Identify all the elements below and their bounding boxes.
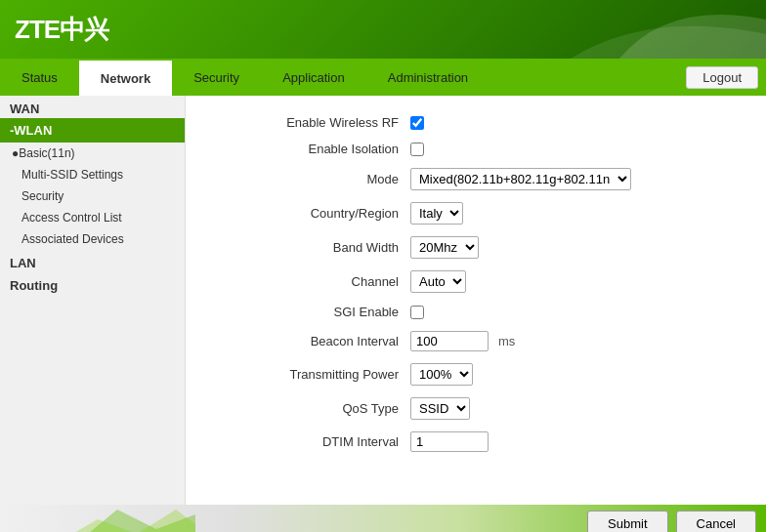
control-country: Italy: [410, 202, 463, 225]
control-sgi: [410, 306, 424, 319]
sidebar-item-routing[interactable]: Routing: [0, 272, 185, 295]
control-isolation: [410, 143, 424, 156]
nav-administration[interactable]: Administration: [366, 59, 489, 96]
form-row-qos: QoS Type SSID: [215, 397, 737, 420]
label-channel: Channel: [215, 274, 410, 289]
header: ZTE中兴: [0, 0, 766, 59]
form-row-txpower: Transmitting Power 100%: [215, 363, 737, 386]
sidebar-item-lan[interactable]: LAN: [0, 250, 185, 272]
control-mode: Mixed(802.11b+802.11g+802.11n: [410, 168, 631, 190]
select-bandwidth[interactable]: 20Mhz: [410, 236, 479, 259]
label-sgi: SGI Enable: [215, 305, 410, 319]
form-row-wireless-rf: Enable Wireless RF: [215, 115, 737, 130]
form-row-beacon: Beacon Interval ms: [215, 331, 737, 351]
label-bandwidth: Band Width: [215, 240, 410, 255]
label-beacon: Beacon Interval: [215, 334, 410, 348]
label-isolation: Enable Isolation: [215, 142, 410, 156]
label-txpower: Transmitting Power: [215, 367, 410, 382]
label-country: Country/Region: [215, 206, 410, 221]
form-row-country: Country/Region Italy: [215, 202, 737, 225]
nav-status[interactable]: Status: [0, 59, 79, 96]
navbar: Status Network Security Application Admi…: [0, 59, 766, 96]
control-dtim: [410, 431, 489, 452]
select-txpower[interactable]: 100%: [410, 363, 473, 386]
control-txpower: 100%: [410, 363, 473, 386]
sidebar-item-wan[interactable]: WAN: [0, 96, 185, 118]
form-row-bandwidth: Band Width 20Mhz: [215, 236, 737, 259]
sidebar-item-multissid[interactable]: Multi-SSID Settings: [0, 164, 185, 185]
label-dtim: DTIM Interval: [215, 434, 410, 449]
beacon-suffix: ms: [498, 334, 515, 348]
select-mode[interactable]: Mixed(802.11b+802.11g+802.11n: [410, 168, 631, 190]
cancel-button[interactable]: Cancel: [676, 511, 756, 533]
sidebar-item-acl[interactable]: Access Control List: [0, 207, 185, 228]
form-row-dtim: DTIM Interval: [215, 431, 737, 452]
control-wireless-rf: [410, 116, 424, 130]
logo-text: ZTE中兴: [15, 13, 108, 47]
form-row-channel: Channel Auto: [215, 270, 737, 293]
main-container: WAN -WLAN ●Basic(11n) Multi-SSID Setting…: [0, 96, 766, 505]
label-mode: Mode: [215, 172, 410, 186]
control-qos: SSID: [410, 397, 470, 420]
label-wireless-rf: Enable Wireless RF: [215, 115, 410, 130]
checkbox-wireless-rf[interactable]: [410, 116, 424, 130]
footer-wave: [0, 505, 195, 532]
checkbox-isolation[interactable]: [410, 143, 424, 156]
select-country[interactable]: Italy: [410, 202, 463, 225]
control-bandwidth: 20Mhz: [410, 236, 479, 259]
form-row-sgi: SGI Enable: [215, 305, 737, 319]
submit-button[interactable]: Submit: [587, 511, 667, 533]
checkbox-sgi[interactable]: [410, 306, 424, 319]
control-channel: Auto: [410, 270, 466, 293]
sidebar-item-basic11n[interactable]: ●Basic(11n): [0, 143, 185, 164]
footer-bar: Submit Cancel: [0, 505, 766, 532]
content-area: Enable Wireless RF Enable Isolation Mode…: [186, 96, 766, 505]
sidebar-item-wlan[interactable]: -WLAN: [0, 118, 185, 143]
sidebar-item-security[interactable]: Security: [0, 185, 185, 207]
select-channel[interactable]: Auto: [410, 270, 466, 293]
nav-security[interactable]: Security: [172, 59, 261, 96]
select-qos[interactable]: SSID: [410, 397, 470, 420]
nav-application[interactable]: Application: [261, 59, 366, 96]
control-beacon: ms: [410, 331, 515, 351]
input-beacon[interactable]: [410, 331, 489, 351]
input-dtim[interactable]: [410, 431, 489, 452]
sidebar: WAN -WLAN ●Basic(11n) Multi-SSID Setting…: [0, 96, 186, 505]
nav-spacer: [489, 59, 678, 96]
form-row-isolation: Enable Isolation: [215, 142, 737, 156]
label-qos: QoS Type: [215, 401, 410, 416]
logout-button[interactable]: Logout: [686, 66, 758, 89]
logo: ZTE中兴: [15, 13, 108, 47]
header-wave: [473, 0, 766, 59]
nav-network[interactable]: Network: [79, 59, 172, 96]
sidebar-item-associated-devices[interactable]: Associated Devices: [0, 228, 185, 250]
form-row-mode: Mode Mixed(802.11b+802.11g+802.11n: [215, 168, 737, 190]
